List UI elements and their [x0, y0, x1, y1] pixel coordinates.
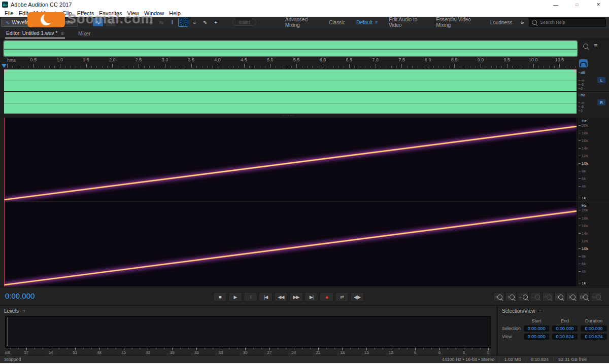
maximize-button[interactable]: □ [566, 0, 588, 9]
workspace-edit-audio-to-video[interactable]: Edit Audio to Video [383, 17, 430, 28]
spectrogram-right[interactable] [4, 202, 577, 286]
marquee-selection-tool[interactable] [178, 18, 188, 27]
skip-selection-button[interactable]: ◀|▶ [350, 292, 364, 302]
zoom-out-point-button[interactable]: ⟩ [566, 292, 578, 302]
workspace-classic[interactable]: Classic [323, 20, 351, 25]
timeline-tick [265, 66, 265, 68]
slip-tool[interactable]: ↹ [157, 18, 166, 26]
overview-zoom-options-icon[interactable] [583, 44, 588, 49]
menu-item-help[interactable]: Help [166, 10, 183, 16]
insert-button[interactable]: Insert [232, 19, 256, 26]
time-value-field[interactable]: 0:00.000 [552, 325, 578, 332]
minimize-button[interactable]: — [545, 0, 566, 9]
loop-playback-button[interactable]: ⇄ [335, 292, 349, 302]
zoom-in-point-button[interactable]: ⟨ [554, 292, 565, 302]
freq-tick-16k: 16k [582, 138, 588, 143]
play-button[interactable]: ▶ [228, 292, 242, 302]
time-value-field[interactable]: 0:10.824 [552, 334, 578, 340]
show-spectral-display-button[interactable]: ∿ [105, 18, 116, 27]
fast-forward-button[interactable]: ▶▶ [289, 292, 303, 302]
panel-menu-icon[interactable]: ≡ [61, 30, 64, 36]
fade-out-handle[interactable] [572, 69, 577, 74]
zoom-in-amplitude-button[interactable]: ↕ [493, 292, 504, 302]
timeline-label: 4.0 [212, 57, 224, 62]
spectrogram-left[interactable] [4, 118, 577, 201]
lasso-selection-tool[interactable]: ○ [190, 18, 199, 26]
timeline-label: 0.5 [27, 57, 40, 62]
transport-bar: 0:00.000 ■▶‖|◀◀◀▶▶▶|●⇄◀|▶ ↕↕↔↔↺⟨⟩⟨⟩▭ [0, 287, 609, 306]
stop-button[interactable]: ■ [213, 292, 227, 302]
timeline-tick [407, 66, 408, 68]
search-help-box[interactable] [529, 18, 606, 27]
selection-view-menu-icon[interactable]: ≡ [538, 308, 542, 314]
timeline-tick [533, 64, 534, 68]
paintbrush-selection-tool[interactable]: ✎ [200, 18, 210, 26]
menu-item-edit[interactable]: Edit [16, 10, 31, 16]
timeline-tick [549, 66, 550, 68]
freq-tick-10k: 10k [582, 161, 588, 166]
timeline-tick [328, 66, 328, 68]
pause-button[interactable]: ‖ [244, 292, 257, 302]
panel-divider-handle[interactable]: ····· [0, 114, 578, 117]
zoom-in-time-button[interactable]: ↔ [518, 292, 529, 302]
zoom-in-amplitude-modifier: ↕ [495, 295, 497, 299]
multitrack-view-button[interactable]: ≣ Multitrack [41, 18, 78, 27]
tab-editor[interactable]: Editor: Untitled 1.wav * ≡ [5, 28, 65, 39]
channel-right-waveform[interactable] [4, 92, 577, 114]
workspace-essential-video-mixing[interactable]: Essential Video Mixing [430, 17, 485, 28]
fade-in-handle[interactable] [4, 69, 9, 74]
menu-item-multitrack[interactable]: Multitrack [31, 10, 60, 16]
time-value-field[interactable]: 0:00.000 [524, 334, 549, 340]
workspace-bar: Advanced MixingClassicDefault≡Edit Audio… [280, 17, 518, 28]
waveform-overview-bar[interactable] [3, 40, 578, 57]
time-value-field[interactable]: 0:10.824 [581, 334, 607, 340]
zoom-full-button[interactable]: ▭ [591, 292, 602, 302]
workspace-advanced-mixing[interactable]: Advanced Mixing [280, 17, 323, 28]
waveform-view-button[interactable]: ∿ Waveform [1, 18, 40, 27]
spot-healing-brush-tool[interactable]: + [211, 18, 220, 26]
overview-panel-menu-icon[interactable]: ≡ [594, 42, 597, 49]
playhead-handle[interactable] [2, 64, 7, 68]
record-button[interactable]: ● [320, 292, 333, 302]
zoom-reset-button[interactable]: ↺ [542, 292, 553, 302]
search-help-input[interactable] [539, 19, 601, 25]
menu-item-effects[interactable]: Effects [75, 10, 96, 16]
menu-item-file[interactable]: File [2, 10, 16, 16]
menu-item-view[interactable]: View [124, 10, 142, 16]
zoom-out-time-button[interactable]: ↔ [530, 292, 541, 302]
levels-scale-label: 0 [484, 350, 492, 355]
timeline-tick [302, 66, 302, 68]
menu-item-clip[interactable]: Clip [60, 10, 75, 16]
show-waveform-button[interactable]: ∿ [93, 18, 103, 26]
skip-to-start-button[interactable]: |◀ [259, 292, 273, 302]
workspace-loudness[interactable]: Loudness [485, 20, 518, 25]
levels-panel-menu-icon[interactable]: ≡ [22, 308, 25, 314]
channel-left-waveform[interactable] [4, 69, 577, 91]
workspace-menu-icon[interactable]: ≡ [375, 20, 378, 25]
timeline-tick [481, 64, 481, 68]
time-display[interactable]: 0:00.000 [5, 292, 35, 300]
time-value-field[interactable]: 0:00.000 [581, 325, 607, 332]
move-tool[interactable]: ⇖ [136, 18, 145, 26]
monitor-headphones-button[interactable] [579, 59, 588, 67]
menu-item-window[interactable]: Window [142, 10, 166, 16]
levels-tick [286, 348, 286, 349]
time-value-field[interactable]: 0:00.000 [524, 325, 549, 332]
title-bar: Au Adobe Audition CC 2017 —□× [0, 0, 609, 9]
tab-mixer[interactable]: Mixer [78, 31, 90, 37]
close-button[interactable]: × [588, 0, 609, 9]
workspace-overflow-button[interactable]: » [521, 19, 524, 25]
razor-tool[interactable]: ◆ [146, 18, 155, 26]
zoom-selection-button[interactable]: ⟨⟩ [579, 292, 590, 302]
channel-right-button[interactable]: R [597, 99, 605, 105]
workspace-default[interactable]: Default≡ [351, 20, 383, 25]
menu-item-favorites[interactable]: Favorites [96, 10, 124, 16]
channel-left-button[interactable]: L [597, 77, 605, 83]
time-selection-tool[interactable]: I [167, 18, 177, 26]
timeline-ruler[interactable]: hms 0.51.01.52.02.53.03.54.04.55.05.56.0… [0, 57, 578, 68]
zoom-out-amplitude-button[interactable]: ↕ [505, 292, 517, 302]
timeline-label: 3.5 [185, 57, 197, 62]
skip-to-end-button[interactable]: ▶| [304, 292, 318, 302]
rewind-button[interactable]: ◀◀ [274, 292, 288, 302]
levels-db-scale: dB575451484542393633302724211815129630 [0, 348, 496, 354]
